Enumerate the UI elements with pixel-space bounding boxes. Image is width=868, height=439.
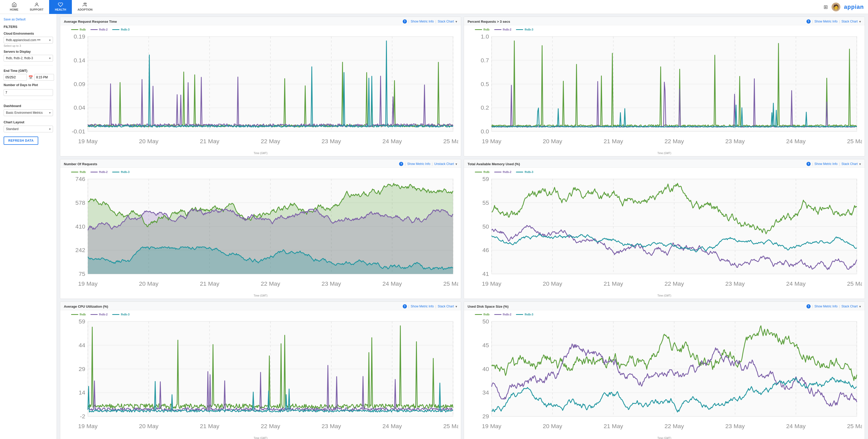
collapse-icon-total-memory[interactable]: ▾ xyxy=(859,162,861,166)
sidebar: Save as Default FILTERS Cloud Environmen… xyxy=(0,14,57,439)
svg-text:242: 242 xyxy=(75,247,85,253)
servers-select[interactable]: fhdb, fhdb-2, fhdb-3 xyxy=(4,55,53,62)
save-default-link[interactable]: Save as Default xyxy=(4,18,53,21)
legend-line-fhdb-2 xyxy=(90,172,98,173)
svg-text:40: 40 xyxy=(482,366,489,372)
question-icon-avg-cpu[interactable]: ? xyxy=(403,304,407,308)
chart-title-num-requests: Number Of Requests xyxy=(64,162,97,166)
chart-svg-total-memory: 4146505559 19 May20 May21 May22 May23 Ma… xyxy=(467,175,862,294)
x-axis-label-avg-cpu: Time (GMT) xyxy=(63,437,458,439)
legend-line-fhdb xyxy=(475,172,482,173)
chart-layout-select-wrap: Standard ▼ xyxy=(4,126,53,132)
svg-text:19 May: 19 May xyxy=(482,138,501,145)
legend-num-requests: fhdb fhdb-2 fhdb-3 xyxy=(63,170,458,174)
svg-text:20 May: 20 May xyxy=(139,138,159,145)
collapse-icon-avg-request-response[interactable]: ▾ xyxy=(456,20,457,24)
svg-text:22 May: 22 May xyxy=(664,280,684,287)
nav-health[interactable]: HEALTH xyxy=(49,0,72,14)
nav-adoption[interactable]: ADOPTION xyxy=(72,0,98,14)
chart-layout-select[interactable]: Standard xyxy=(4,126,53,132)
legend-item-fhdb-2: fhdb-2 xyxy=(494,313,512,316)
days-input[interactable] xyxy=(4,89,53,96)
end-time-row: 📅 xyxy=(4,74,53,81)
svg-text:55: 55 xyxy=(482,199,489,206)
stack-chart-link-percent-requests[interactable]: Stack Chart xyxy=(841,20,858,23)
show-metric-info-link-total-memory[interactable]: Show Metric Info xyxy=(814,162,837,166)
chart-controls-disk-space: ? | Show Metric Info | Stack Chart ▾ xyxy=(806,304,861,308)
cloud-env-select[interactable]: fhdb.appiancloud.com ••• xyxy=(4,37,53,43)
legend-label-fhdb-3: fhdb-3 xyxy=(524,28,533,31)
svg-text:21 May: 21 May xyxy=(200,423,219,430)
svg-text:19 May: 19 May xyxy=(78,423,98,430)
legend-line-fhdb-2 xyxy=(494,172,501,173)
show-metric-info-link-avg-cpu[interactable]: Show Metric Info xyxy=(411,305,434,308)
svg-text:20 May: 20 May xyxy=(543,280,562,287)
calendar-icon[interactable]: 📅 xyxy=(28,75,33,80)
stack-chart-link-total-memory[interactable]: Stack Chart xyxy=(841,162,858,166)
collapse-icon-avg-cpu[interactable]: ▾ xyxy=(456,305,457,308)
legend-line-fhdb xyxy=(71,314,78,315)
x-axis-label-avg-request-response: Time (GMT) xyxy=(63,152,458,155)
legend-line-fhdb-3 xyxy=(516,314,523,315)
unstack-chart-link-num-requests[interactable]: Unstack Chart xyxy=(434,162,454,166)
svg-text:25 May: 25 May xyxy=(443,423,458,430)
show-metric-info-link-avg-request-response[interactable]: Show Metric Info xyxy=(411,20,434,23)
svg-text:21 May: 21 May xyxy=(200,138,219,145)
legend-item-fhdb-2: fhdb-2 xyxy=(494,28,512,31)
question-icon-avg-request-response[interactable]: ? xyxy=(403,20,407,24)
svg-text:25 May: 25 May xyxy=(443,280,458,287)
stack-chart-link-avg-cpu[interactable]: Stack Chart xyxy=(438,305,454,308)
collapse-icon-num-requests[interactable]: ▾ xyxy=(456,162,457,166)
chart-svg-num-requests: 75242410578746 19 May20 May21 May22 May2… xyxy=(63,175,458,294)
svg-text:14: 14 xyxy=(79,389,85,396)
dashboard-select[interactable]: Basic Environment Metrics xyxy=(4,109,53,116)
show-metric-info-link-percent-requests[interactable]: Show Metric Info xyxy=(814,20,837,23)
svg-text:21 May: 21 May xyxy=(603,423,623,430)
legend-item-fhdb-3: fhdb-3 xyxy=(516,170,533,174)
end-time-time[interactable] xyxy=(34,74,54,81)
svg-text:22 May: 22 May xyxy=(261,138,280,145)
dashboard-label: Dashboard xyxy=(4,104,53,108)
show-metric-info-link-num-requests[interactable]: Show Metric Info xyxy=(407,162,430,166)
svg-text:24 May: 24 May xyxy=(382,280,402,287)
show-metric-info-link-disk-space[interactable]: Show Metric Info xyxy=(814,305,837,308)
svg-text:19 May: 19 May xyxy=(482,423,501,430)
cloud-env-hint: Select up to 3 xyxy=(4,44,53,47)
collapse-icon-disk-space[interactable]: ▾ xyxy=(859,305,861,308)
svg-point-0 xyxy=(36,3,37,5)
chart-card-disk-space: Used Disk Space Size (%) ? | Show Metric… xyxy=(464,302,865,439)
chart-controls-percent-requests: ? | Show Metric Info | Stack Chart ▾ xyxy=(806,20,861,24)
nav-home[interactable]: HOME xyxy=(4,0,24,14)
collapse-icon-percent-requests[interactable]: ▾ xyxy=(859,20,861,24)
stack-chart-link-avg-request-response[interactable]: Stack Chart xyxy=(438,20,454,23)
svg-text:59: 59 xyxy=(482,176,489,182)
end-time-date[interactable] xyxy=(4,74,27,81)
stack-chart-link-disk-space[interactable]: Stack Chart xyxy=(841,305,858,308)
chart-body-avg-request-response: fhdb fhdb-2 fhdb-3 -0.010.040.090.14 xyxy=(60,25,461,156)
legend-label-fhdb: fhdb xyxy=(80,170,86,174)
svg-text:0.04: 0.04 xyxy=(74,104,85,111)
svg-text:24 May: 24 May xyxy=(786,280,806,287)
avatar: 🧑 xyxy=(832,3,840,11)
svg-text:0.14: 0.14 xyxy=(74,57,85,64)
question-icon-disk-space[interactable]: ? xyxy=(806,304,811,308)
svg-text:1.0: 1.0 xyxy=(481,33,489,40)
legend-label-fhdb-2: fhdb-2 xyxy=(99,28,108,31)
chart-body-avg-cpu: fhdb fhdb-2 fhdb-3 -214294459 19 xyxy=(60,310,461,439)
svg-text:22 May: 22 May xyxy=(261,280,280,287)
legend-line-fhdb-3 xyxy=(112,172,119,173)
question-icon-num-requests[interactable]: ? xyxy=(399,162,403,166)
grid-icon[interactable]: ⊞ xyxy=(824,4,828,10)
chart-header-num-requests: Number Of Requests ? | Show Metric Info … xyxy=(60,159,461,168)
svg-text:21 May: 21 May xyxy=(200,280,219,287)
svg-text:19 May: 19 May xyxy=(78,138,98,145)
chart-layout-label: Chart Layout xyxy=(4,120,53,124)
legend-total-memory: fhdb fhdb-2 fhdb-3 xyxy=(467,170,862,174)
nav-support[interactable]: SUPPORT xyxy=(24,0,49,14)
servers-select-wrap: fhdb, fhdb-2, fhdb-3 ▼ xyxy=(4,55,53,62)
question-icon-percent-requests[interactable]: ? xyxy=(806,20,811,24)
svg-text:25 May: 25 May xyxy=(847,423,862,430)
refresh-button[interactable]: REFRESH DATA xyxy=(4,136,38,145)
svg-text:34: 34 xyxy=(482,389,489,396)
question-icon-total-memory[interactable]: ? xyxy=(806,162,811,166)
